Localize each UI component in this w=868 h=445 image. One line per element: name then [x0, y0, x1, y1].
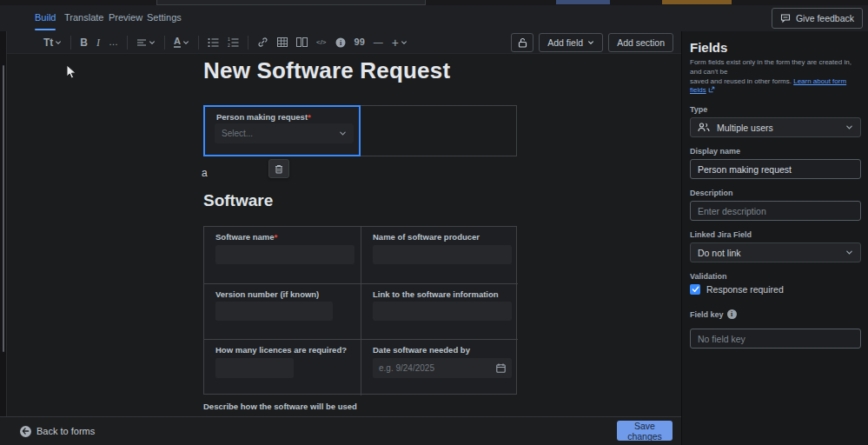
browser-blue-button-edge [556, 0, 610, 4]
form-canvas: New Software Request Person making reque… [7, 54, 681, 416]
display-name-input[interactable] [690, 159, 861, 179]
form-title[interactable]: New Software Request [203, 57, 450, 84]
selected-field-cell[interactable]: Person making request* Select... [203, 105, 361, 156]
tab-build[interactable]: Build [35, 12, 56, 23]
licences-input[interactable] [215, 358, 294, 378]
version-input[interactable] [215, 302, 333, 321]
fields-panel: Fields Form fields exist only in the for… [681, 31, 868, 445]
quote-button[interactable]: 99 [354, 37, 365, 47]
unlock-icon [518, 37, 527, 48]
code-block-button[interactable]: </> [316, 39, 327, 46]
scrollbar-thumb[interactable] [3, 65, 4, 352]
field-grid: Software name* Name of software producer… [203, 226, 517, 395]
tab-settings[interactable]: Settings [147, 12, 182, 23]
linked-jira-field-label: Linked Jira Field [690, 230, 860, 239]
chevron-down-icon [587, 39, 594, 46]
svg-text:2: 2 [228, 43, 230, 47]
more-formatting-button[interactable]: … [109, 37, 118, 47]
chevron-down-icon [55, 39, 62, 46]
calendar-icon [496, 363, 506, 373]
toolbar-right-actions: Add field Add section [511, 33, 673, 52]
table-button[interactable] [277, 37, 288, 47]
info-icon[interactable]: i [727, 309, 737, 319]
delete-field-button[interactable] [268, 159, 289, 178]
info-panel-button[interactable]: i [335, 37, 346, 48]
add-field-button[interactable]: Add field [539, 33, 603, 52]
tab-preview[interactable]: Preview [109, 12, 142, 23]
trash-icon [275, 164, 283, 174]
back-to-forms-link[interactable]: Back to forms [36, 426, 95, 436]
chevron-down-icon [845, 249, 853, 256]
text-color-button[interactable]: A [174, 37, 189, 48]
field-cell-version[interactable]: Version number (if known) [204, 284, 361, 339]
required-asterisk: * [275, 232, 278, 242]
description-input[interactable] [690, 201, 861, 221]
insert-more-button[interactable]: + [392, 37, 407, 49]
lock-toggle-button[interactable] [511, 33, 533, 52]
text-style-button[interactable]: Tt [43, 37, 62, 48]
italic-button[interactable]: I [96, 37, 100, 48]
field-cell-software-name[interactable]: Software name* [204, 227, 361, 283]
header-bar: Build Translate Preview Settings Give fe… [0, 5, 868, 31]
required-asterisk: * [308, 112, 311, 122]
linked-jira-field-select[interactable]: Do not link [690, 242, 861, 262]
field-key-input[interactable] [690, 329, 861, 349]
add-section-button[interactable]: Add section [608, 33, 673, 52]
numbered-list-button[interactable]: 12 [228, 37, 239, 47]
type-label: Type [690, 105, 860, 114]
producer-input[interactable] [373, 245, 512, 264]
section-title[interactable]: Software [203, 191, 273, 210]
type-select[interactable]: Multiple users [690, 117, 861, 137]
field-label: Person making request* [216, 112, 311, 122]
response-required-checkbox[interactable] [690, 284, 700, 295]
response-required-row: Response required [690, 284, 860, 295]
footer-bar: Back to forms [0, 416, 681, 445]
display-name-label: Display name [690, 147, 860, 156]
check-icon [692, 286, 699, 293]
field-cell-producer[interactable]: Name of software producer [361, 227, 518, 283]
tab-translate[interactable]: Translate [64, 12, 103, 23]
field-cell-link[interactable]: Link to the software information [361, 284, 518, 339]
external-link-icon [708, 86, 715, 93]
person-select-dropdown[interactable]: Select... [215, 123, 354, 143]
save-changes-button[interactable]: Save changes [617, 421, 673, 441]
text-color-A-icon: A [174, 37, 181, 48]
field-cell-date[interactable]: Date software needed by e.g. 9/24/2025 [361, 340, 518, 395]
description-label: Description [690, 189, 860, 197]
chevron-down-icon [339, 130, 347, 137]
layouts-button[interactable] [296, 37, 308, 47]
panel-title: Fields [690, 40, 860, 55]
bullet-list-button[interactable] [208, 37, 219, 47]
multiple-users-icon [698, 123, 710, 132]
field-key-label: Field key i [690, 309, 860, 319]
active-tab-underline [35, 29, 56, 30]
feedback-bubble-icon [780, 14, 791, 23]
divider-button[interactable]: — [374, 37, 383, 47]
alignment-button[interactable] [136, 38, 156, 47]
chevron-down-icon [182, 39, 189, 46]
panel-description: Form fields exist only in the form they … [690, 58, 860, 96]
chevron-down-icon [401, 39, 407, 46]
svg-text:1: 1 [228, 37, 230, 42]
describe-field-label[interactable]: Describe how the software will be used [203, 402, 357, 411]
software-name-input[interactable] [215, 245, 354, 264]
chevron-down-icon [845, 123, 853, 131]
date-input[interactable]: e.g. 9/24/2025 [373, 358, 512, 378]
field-cell-licences[interactable]: How many licences are required? [204, 340, 361, 395]
link-input[interactable] [373, 302, 512, 321]
align-lines-icon [136, 38, 147, 47]
validation-label: Validation [690, 272, 860, 281]
give-feedback-button[interactable]: Give feedback [772, 8, 863, 29]
back-arrow-icon[interactable] [20, 426, 31, 437]
link-button[interactable] [257, 37, 268, 47]
browser-orange-button-edge [662, 0, 732, 4]
chevron-down-icon [149, 39, 156, 46]
bold-button[interactable]: B [80, 37, 88, 48]
stray-text[interactable]: a [202, 167, 208, 179]
